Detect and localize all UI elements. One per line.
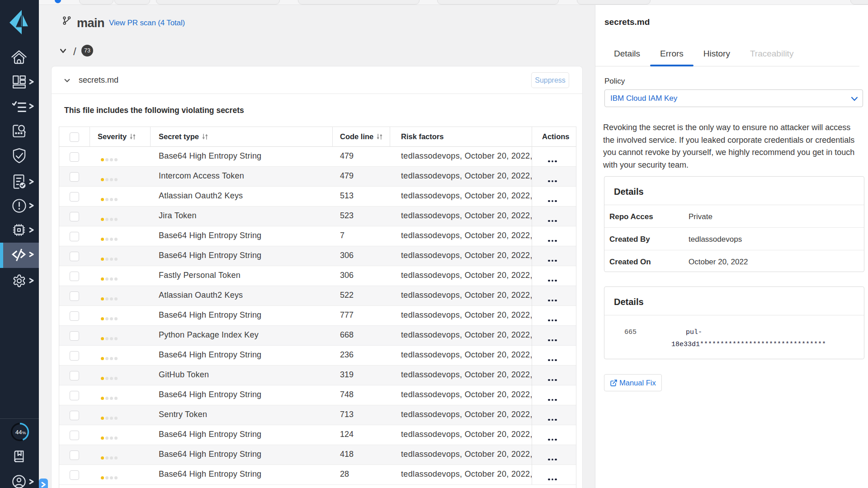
svg-text:44: 44	[15, 429, 22, 436]
svg-text:%: %	[22, 430, 26, 435]
